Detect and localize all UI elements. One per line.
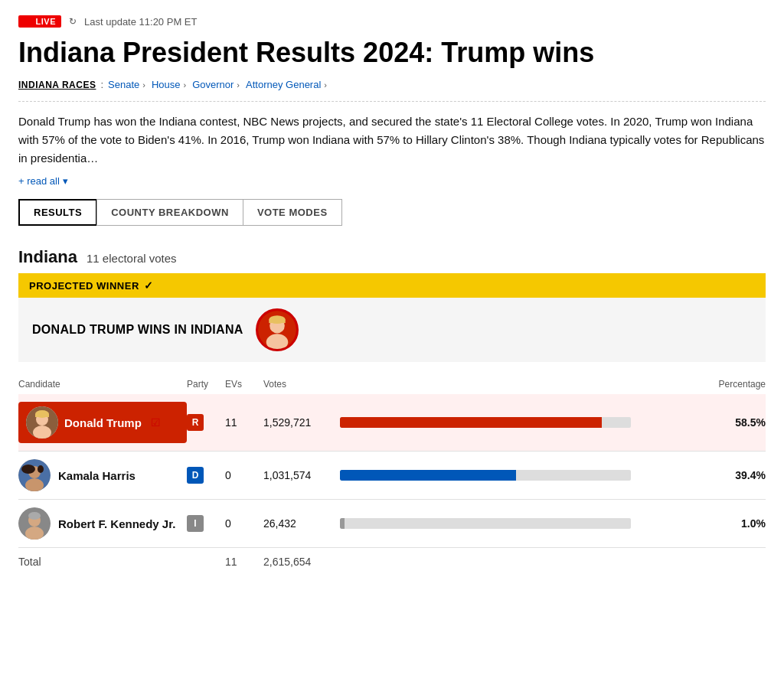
- winner-announcement-text: DONALD TRUMP WINS IN INDIANA: [32, 323, 243, 337]
- nav-link-house[interactable]: House: [152, 79, 181, 90]
- total-evs: 11: [225, 548, 263, 576]
- projected-winner-bar: PROJECTED WINNER ✓: [18, 273, 766, 298]
- table-row: Robert F. Kennedy Jr. I 0 26,432 1.0%: [18, 500, 766, 548]
- party-badge: I: [187, 515, 204, 532]
- candidate-avatar: [18, 507, 51, 540]
- th-percentage: Percentage: [712, 374, 766, 394]
- bar-track: [340, 417, 631, 428]
- section-title: Indiana 11 electoral votes: [18, 247, 766, 267]
- results-tabs: RESULTS COUNTY BREAKDOWN VOTE MODES: [18, 199, 766, 226]
- candidate-cell-trump: Donald Trump ☑: [18, 394, 187, 452]
- th-candidate: Candidate: [18, 374, 187, 394]
- state-name: Indiana: [18, 247, 77, 267]
- nav-chevron-governor: ›: [237, 80, 240, 90]
- summary-text: Donald Trump has won the Indiana contest…: [18, 112, 766, 168]
- bar-fill: [340, 518, 345, 529]
- svg-point-18: [28, 512, 41, 520]
- th-votes: Votes: [263, 374, 340, 394]
- tab-results[interactable]: RESULTS: [18, 199, 97, 226]
- bar-cell: [340, 500, 712, 548]
- bar-fill: [340, 417, 602, 428]
- svg-point-14: [38, 465, 44, 473]
- table-row: Kamala Harris D 0 1,031,574 39.4%: [18, 452, 766, 500]
- votes-cell: 26,432: [263, 500, 340, 548]
- nav-chevron-ag: ›: [324, 80, 327, 90]
- indiana-results-section: Indiana 11 electoral votes PROJECTED WIN…: [18, 247, 766, 576]
- nav-separator: :: [100, 79, 103, 90]
- chevron-down-icon: ▾: [63, 175, 68, 187]
- nav-link-governor[interactable]: Governor: [192, 79, 234, 90]
- total-bar: [340, 548, 712, 576]
- projected-winner-text: PROJECTED WINNER: [29, 280, 139, 292]
- bar-cell: [340, 452, 712, 500]
- nav-chevron-senate: ›: [142, 80, 145, 90]
- divider-1: [18, 101, 766, 102]
- votes-cell: 1,031,574: [263, 452, 340, 500]
- table-row: Donald Trump ☑ R 11 1,529,721 58.5%: [18, 394, 766, 452]
- total-votes: 2,615,654: [263, 548, 340, 576]
- last-update-text: Last update 11:20 PM ET: [84, 16, 197, 28]
- th-party: Party: [187, 374, 225, 394]
- party-badge: D: [187, 467, 204, 484]
- tab-vote-modes[interactable]: VOTE MODES: [243, 199, 342, 226]
- bar-track: [340, 518, 631, 529]
- votes-cell: 1,529,721: [263, 394, 340, 452]
- indiana-races-label: INDIANA RACES: [18, 80, 96, 90]
- party-cell: R: [187, 394, 225, 452]
- read-all-button[interactable]: + read all ▾: [18, 175, 68, 187]
- candidate-name-trump: Donald Trump: [64, 416, 142, 429]
- svg-point-13: [21, 465, 35, 474]
- indiana-races-nav: INDIANA RACES : Senate › House › Governo…: [18, 79, 766, 90]
- bar-fill: [340, 470, 516, 481]
- percentage-cell: 58.5%: [712, 394, 766, 452]
- evs-cell: 0: [225, 500, 263, 548]
- electoral-votes-label: 11 electoral votes: [87, 252, 177, 265]
- total-pct: [712, 548, 766, 576]
- evs-cell: 11: [225, 394, 263, 452]
- party-cell: I: [187, 500, 225, 548]
- refresh-icon: ↻: [69, 16, 77, 27]
- bar-track: [340, 470, 631, 481]
- candidate-avatar: [18, 459, 51, 491]
- th-bar: [340, 374, 712, 394]
- candidate-avatar-trump: [26, 406, 58, 439]
- candidate-name: Kamala Harris: [58, 469, 136, 482]
- nav-link-senate[interactable]: Senate: [108, 79, 139, 90]
- total-row: Total 11 2,615,654: [18, 548, 766, 576]
- total-party: [187, 548, 225, 576]
- tab-county-breakdown[interactable]: COUNTY BREAKDOWN: [96, 199, 243, 226]
- svg-point-2: [266, 334, 288, 351]
- live-bar: LIVE ↻ Last update 11:20 PM ET: [18, 15, 766, 28]
- results-table: Candidate Party EVs Votes Percentage: [18, 374, 766, 576]
- checkmark-icon: ✓: [144, 279, 154, 292]
- live-badge: LIVE: [18, 15, 61, 28]
- bar-cell: [340, 394, 712, 452]
- winner-avatar: [256, 308, 299, 351]
- party-cell: D: [187, 452, 225, 500]
- party-badge: R: [187, 414, 204, 431]
- candidate-cell-robert-f.-kennedy-jr.: Robert F. Kennedy Jr.: [18, 500, 187, 548]
- svg-rect-9: [35, 414, 49, 417]
- candidate-name: Robert F. Kennedy Jr.: [58, 517, 175, 530]
- candidate-cell-kamala-harris: Kamala Harris: [18, 452, 187, 500]
- nav-link-attorney-general[interactable]: Attorney General: [246, 79, 321, 90]
- table-header-row: Candidate Party EVs Votes Percentage: [18, 374, 766, 394]
- winner-checkmark-icon: ☑: [151, 416, 161, 429]
- page-title: Indiana President Results 2024: Trump wi…: [18, 37, 766, 68]
- winner-announcement: DONALD TRUMP WINS IN INDIANA: [18, 298, 766, 362]
- nav-chevron-house: ›: [183, 80, 186, 90]
- evs-cell: 0: [225, 452, 263, 500]
- live-dot-icon: [24, 18, 30, 24]
- total-label: Total: [18, 548, 187, 576]
- th-evs: EVs: [225, 374, 263, 394]
- percentage-cell: 1.0%: [712, 500, 766, 548]
- percentage-cell: 39.4%: [712, 452, 766, 500]
- svg-rect-4: [269, 320, 285, 323]
